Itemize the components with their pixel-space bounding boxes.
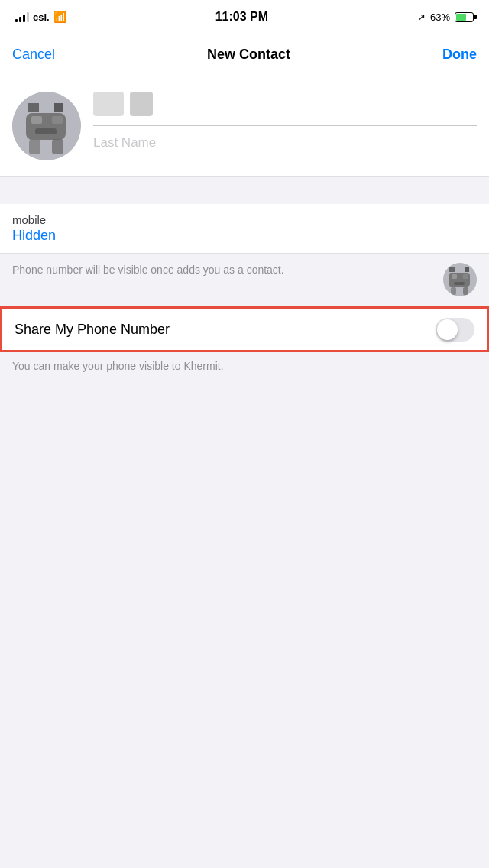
- phone-label: mobile: [12, 213, 477, 226]
- last-name-field[interactable]: [93, 129, 477, 157]
- first-name-box: [93, 92, 124, 116]
- signal-icon: [15, 11, 29, 22]
- svg-rect-6: [35, 128, 57, 134]
- info-section: Phone number will be visible once adds y…: [0, 254, 489, 306]
- svg-rect-8: [52, 139, 63, 154]
- status-bar: csl. 📶 11:03 PM ↗ 63%: [0, 0, 489, 34]
- share-label: Share My Phone Number: [15, 322, 170, 338]
- battery-percentage: 63%: [430, 11, 450, 23]
- svg-rect-13: [452, 274, 457, 279]
- battery-icon: [455, 12, 474, 22]
- share-phone-toggle[interactable]: [436, 318, 474, 342]
- share-phone-section: Share My Phone Number: [0, 306, 489, 352]
- info-text: Phone number will be visible once adds y…: [12, 263, 431, 278]
- svg-rect-10: [449, 267, 455, 272]
- svg-rect-16: [451, 287, 456, 295]
- svg-rect-2: [54, 103, 63, 112]
- cancel-button[interactable]: Cancel: [12, 40, 55, 69]
- carrier-label: csl.: [33, 11, 50, 23]
- svg-rect-5: [52, 116, 63, 124]
- location-icon: ↗: [417, 11, 426, 23]
- svg-rect-7: [29, 139, 40, 154]
- contact-form-section: [0, 76, 489, 177]
- svg-rect-17: [463, 287, 468, 295]
- info-avatar: [443, 263, 477, 296]
- section-gap: [0, 177, 489, 204]
- status-left: csl. 📶: [15, 11, 66, 23]
- svg-rect-11: [465, 267, 469, 272]
- phone-value: Hidden: [12, 228, 477, 244]
- status-right: ↗ 63%: [417, 11, 474, 23]
- first-name-box2: [130, 92, 153, 116]
- svg-rect-4: [31, 116, 42, 124]
- svg-rect-15: [454, 282, 465, 285]
- nav-bar: Cancel New Contact Done: [0, 34, 489, 76]
- svg-rect-1: [28, 103, 39, 112]
- avatar[interactable]: [12, 92, 81, 160]
- done-button[interactable]: Done: [442, 40, 477, 69]
- page-title: New Contact: [207, 47, 290, 63]
- bottom-area: [0, 380, 489, 609]
- name-fields: [93, 92, 477, 157]
- field-divider: [93, 125, 477, 126]
- first-name-row: [93, 92, 477, 116]
- toggle-knob: [437, 319, 458, 340]
- wifi-icon: 📶: [53, 11, 66, 23]
- status-time: 11:03 PM: [215, 10, 268, 24]
- footer-note: You can make your phone visible to Kherm…: [0, 352, 489, 380]
- phone-section: mobile Hidden: [0, 204, 489, 254]
- svg-rect-14: [463, 274, 468, 279]
